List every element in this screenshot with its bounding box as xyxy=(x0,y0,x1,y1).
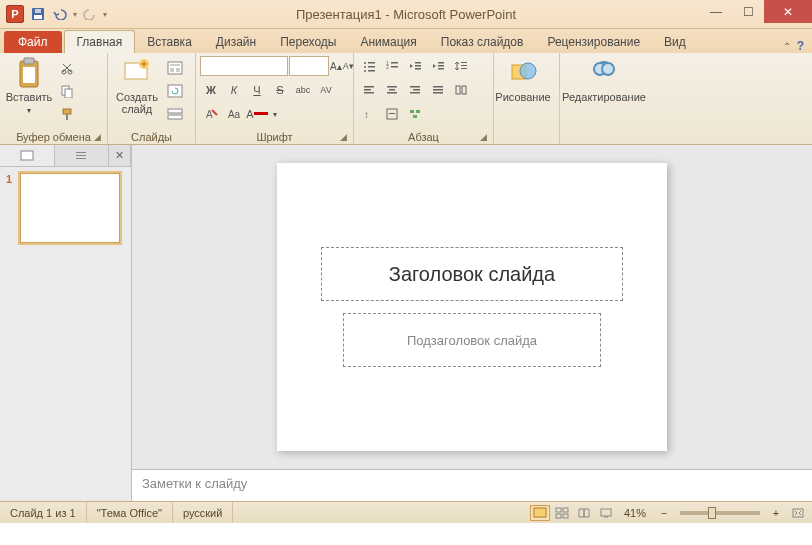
dialog-launcher-icon[interactable]: ◢ xyxy=(91,131,103,143)
normal-view-icon[interactable] xyxy=(530,505,550,521)
slide-thumbnail[interactable]: 1 xyxy=(6,173,125,243)
tab-outline[interactable] xyxy=(55,145,110,166)
tab-home[interactable]: Главная xyxy=(64,30,136,53)
reset-icon[interactable] xyxy=(164,80,186,102)
justify-icon[interactable] xyxy=(427,79,449,101)
tab-animations[interactable]: Анимация xyxy=(348,31,428,53)
align-right-icon[interactable] xyxy=(404,79,426,101)
format-painter-icon[interactable] xyxy=(56,103,78,125)
notes-pane[interactable]: Заметки к слайду xyxy=(132,469,812,501)
align-text-icon[interactable] xyxy=(381,103,403,125)
group-clipboard-label: Буфер обмена◢ xyxy=(4,130,103,144)
convert-smartart-icon[interactable] xyxy=(404,103,426,125)
zoom-percent[interactable]: 41% xyxy=(624,507,646,519)
line-spacing-icon[interactable] xyxy=(450,55,472,77)
svg-rect-74 xyxy=(601,509,611,516)
qat-customize-icon[interactable]: ▾ xyxy=(102,4,108,24)
dialog-launcher-icon[interactable]: ◢ xyxy=(477,131,489,143)
qat-dropdown-icon[interactable]: ▾ xyxy=(72,4,78,24)
svg-rect-75 xyxy=(793,509,803,517)
reading-view-icon[interactable] xyxy=(574,505,594,521)
decrease-indent-icon[interactable] xyxy=(404,55,426,77)
svg-rect-47 xyxy=(410,86,420,88)
copy-icon[interactable] xyxy=(56,80,78,102)
shrink-font-icon[interactable]: A▾ xyxy=(343,55,354,77)
slide-canvas[interactable]: Заголовок слайда Подзаголовок слайда xyxy=(132,145,812,469)
slide-area: Заголовок слайда Подзаголовок слайда Зам… xyxy=(132,145,812,501)
svg-rect-27 xyxy=(368,70,375,72)
paste-button[interactable]: Вставить▾ xyxy=(4,55,54,118)
svg-rect-68 xyxy=(76,158,86,159)
layout-icon[interactable] xyxy=(164,57,186,79)
cut-icon[interactable] xyxy=(56,57,78,79)
tab-insert[interactable]: Вставка xyxy=(135,31,204,53)
paste-label: Вставить▾ xyxy=(6,91,53,116)
group-editing: Редактирование xyxy=(560,53,654,144)
numbering-icon[interactable]: 12 xyxy=(381,55,403,77)
editing-label: Редактирование xyxy=(562,91,646,103)
columns-icon[interactable] xyxy=(450,79,472,101)
zoom-out-icon[interactable]: − xyxy=(654,505,674,521)
underline-button[interactable]: Ч xyxy=(246,79,268,101)
svg-rect-65 xyxy=(21,151,33,160)
close-pane-icon[interactable]: ✕ xyxy=(109,145,131,166)
subtitle-placeholder[interactable]: Подзаголовок слайда xyxy=(343,313,601,367)
redo-icon[interactable] xyxy=(80,4,100,24)
help-icon[interactable]: ? xyxy=(797,39,804,53)
font-color-dropdown-icon[interactable]: ▾ xyxy=(269,103,281,125)
align-center-icon[interactable] xyxy=(381,79,403,101)
dialog-launcher-icon[interactable]: ◢ xyxy=(337,131,349,143)
sorter-view-icon[interactable] xyxy=(552,505,572,521)
grow-font-icon[interactable]: A▴ xyxy=(330,55,342,77)
italic-button[interactable]: К xyxy=(223,79,245,101)
zoom-slider-thumb[interactable] xyxy=(708,507,716,519)
status-theme: "Тема Office" xyxy=(87,502,173,523)
collapse-ribbon-icon[interactable]: ⌃ xyxy=(783,41,791,52)
align-left-icon[interactable] xyxy=(358,79,380,101)
save-icon[interactable] xyxy=(28,4,48,24)
zoom-in-icon[interactable]: + xyxy=(766,505,786,521)
undo-icon[interactable] xyxy=(50,4,70,24)
editing-button[interactable]: Редактирование xyxy=(564,55,644,105)
section-icon[interactable] xyxy=(164,103,186,125)
svg-rect-20 xyxy=(168,115,182,119)
quick-access-toolbar: ▾ ▾ xyxy=(28,4,108,24)
increase-indent-icon[interactable] xyxy=(427,55,449,77)
bullets-icon[interactable] xyxy=(358,55,380,77)
font-color-button[interactable]: A xyxy=(246,103,268,125)
tab-slides-thumbnails[interactable] xyxy=(0,145,55,166)
tab-review[interactable]: Рецензирование xyxy=(535,31,652,53)
new-slide-button[interactable]: Создать слайд xyxy=(112,55,162,117)
svg-rect-37 xyxy=(438,68,444,70)
text-direction-icon[interactable]: ↕ xyxy=(358,103,380,125)
tab-slideshow[interactable]: Показ слайдов xyxy=(429,31,536,53)
group-paragraph: 12 ↕ Абзац◢ xyxy=(354,53,494,144)
font-family-combo[interactable] xyxy=(200,56,288,76)
svg-rect-4 xyxy=(24,58,34,64)
tab-transitions[interactable]: Переходы xyxy=(268,31,348,53)
shadow-button[interactable]: abc xyxy=(292,79,314,101)
status-language[interactable]: русский xyxy=(173,502,233,523)
maximize-button[interactable]: ☐ xyxy=(732,0,764,23)
title-placeholder[interactable]: Заголовок слайда xyxy=(321,247,623,301)
drawing-button[interactable]: Рисование xyxy=(498,55,548,105)
minimize-button[interactable]: — xyxy=(700,0,732,23)
font-size-combo[interactable] xyxy=(289,56,329,76)
slideshow-view-icon[interactable] xyxy=(596,505,616,521)
group-font: A▴ A▾ Ж К Ч S abc AV A Aa A ▾ Шрифт◢ xyxy=(196,53,354,144)
strikethrough-button[interactable]: S xyxy=(269,79,291,101)
tab-file[interactable]: Файл xyxy=(4,31,62,53)
fit-to-window-icon[interactable] xyxy=(788,505,808,521)
char-spacing-button[interactable]: AV xyxy=(315,79,337,101)
slide-number: 1 xyxy=(6,173,16,243)
change-case-button[interactable]: Aa xyxy=(223,103,245,125)
tab-design[interactable]: Дизайн xyxy=(204,31,268,53)
svg-rect-72 xyxy=(556,514,561,518)
drawing-label: Рисование xyxy=(495,91,550,103)
zoom-slider[interactable] xyxy=(680,511,760,515)
bold-button[interactable]: Ж xyxy=(200,79,222,101)
svg-rect-39 xyxy=(461,65,467,66)
clear-formatting-icon[interactable]: A xyxy=(200,103,222,125)
close-button[interactable]: ✕ xyxy=(764,0,812,23)
tab-view[interactable]: Вид xyxy=(652,31,698,53)
